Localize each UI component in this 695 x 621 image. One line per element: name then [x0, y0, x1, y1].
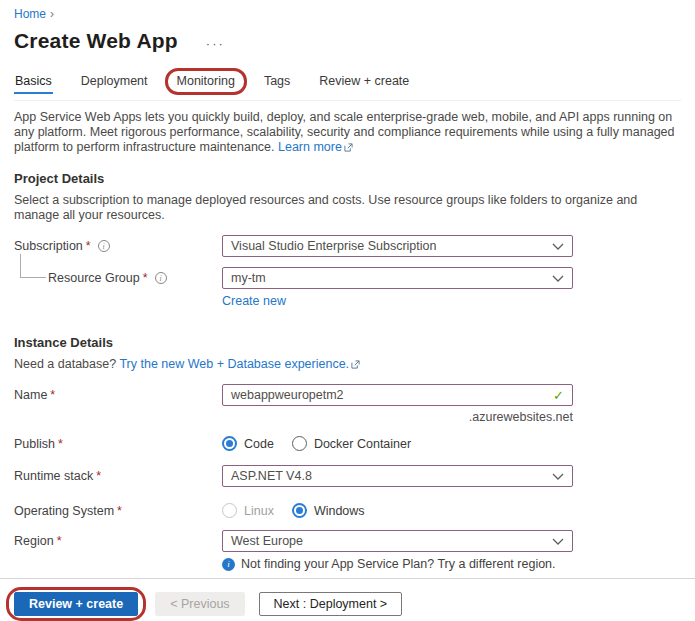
- next-deployment-button[interactable]: Next : Deployment >: [259, 592, 403, 616]
- project-details-heading: Project Details: [14, 171, 681, 186]
- radio-linux[interactable]: Linux: [222, 503, 274, 518]
- radio-unselected-icon: [292, 436, 307, 451]
- external-link-icon: [351, 360, 360, 369]
- subscription-label: Subscription: [14, 239, 83, 253]
- runtime-stack-select[interactable]: ASP.NET V4.8: [222, 465, 573, 487]
- publish-row: Publish * Code Docker Container: [14, 433, 681, 451]
- subscription-select[interactable]: Visual Studio Enterprise Subscription: [222, 235, 573, 257]
- name-field-cell: webappweuropetm2 ✓ .azurewebsites.net: [222, 384, 573, 424]
- region-field-cell: West Europe i Not finding your App Servi…: [222, 530, 573, 571]
- database-experience-link[interactable]: Try the new Web + Database experience.: [119, 357, 349, 371]
- required-asterisk: *: [58, 437, 63, 451]
- required-asterisk: *: [143, 271, 148, 285]
- runtime-stack-label-cell: Runtime stack *: [14, 465, 222, 483]
- required-asterisk: *: [50, 388, 55, 402]
- tab-monitoring[interactable]: Monitoring: [176, 72, 236, 94]
- radio-docker-container[interactable]: Docker Container: [292, 436, 411, 451]
- operating-system-label: Operating System: [14, 504, 114, 518]
- region-row: Region * West Europe i Not finding your …: [14, 530, 681, 571]
- title-row: Create Web App ···: [14, 29, 681, 53]
- operating-system-row: Operating System * Linux Windows: [14, 500, 681, 518]
- footer-bar: Review + create < Previous Next : Deploy…: [0, 578, 695, 616]
- resource-group-label: Resource Group: [48, 271, 140, 285]
- region-select[interactable]: West Europe: [222, 530, 573, 552]
- operating-system-options: Linux Windows: [222, 500, 573, 518]
- radio-code[interactable]: Code: [222, 436, 274, 451]
- radio-code-label: Code: [244, 437, 274, 451]
- radio-windows-label: Windows: [314, 504, 365, 518]
- subscription-label-cell: Subscription * i: [14, 235, 222, 253]
- tab-basics[interactable]: Basics: [14, 72, 53, 94]
- publish-options: Code Docker Container: [222, 433, 573, 451]
- region-label: Region: [14, 534, 54, 548]
- more-options-icon[interactable]: ···: [206, 36, 225, 51]
- resource-group-field-cell: my-tm Create new: [222, 267, 573, 308]
- publish-label: Publish: [14, 437, 55, 451]
- valid-check-icon: ✓: [553, 388, 564, 403]
- tab-bar: Basics Deployment Monitoring Tags Review…: [14, 72, 681, 101]
- chevron-down-icon: [552, 275, 564, 282]
- chevron-down-icon: [552, 473, 564, 480]
- info-icon[interactable]: i: [155, 272, 167, 284]
- radio-disabled-icon: [222, 503, 237, 518]
- resource-group-select[interactable]: my-tm: [222, 267, 573, 289]
- chevron-right-icon: ›: [50, 7, 54, 21]
- tab-deployment[interactable]: Deployment: [80, 72, 149, 94]
- required-asterisk: *: [86, 239, 91, 253]
- intro-paragraph: App Service Web Apps lets you quickly bu…: [14, 110, 677, 155]
- region-info-text: Not finding your App Service Plan? Try a…: [241, 557, 556, 571]
- domain-suffix: .azurewebsites.net: [222, 410, 573, 424]
- chevron-down-icon: [552, 538, 564, 545]
- project-details-description: Select a subscription to manage deployed…: [14, 193, 674, 223]
- name-label-cell: Name *: [14, 384, 222, 402]
- radio-selected-icon: [292, 503, 307, 518]
- required-asterisk: *: [96, 469, 101, 483]
- radio-docker-label: Docker Container: [314, 437, 411, 451]
- tab-review-create[interactable]: Review + create: [318, 72, 410, 94]
- name-row: Name * webappweuropetm2 ✓ .azurewebsites…: [14, 384, 681, 424]
- breadcrumb: Home›: [14, 7, 681, 21]
- runtime-stack-value: ASP.NET V4.8: [231, 469, 312, 483]
- external-link-icon: [344, 143, 353, 152]
- runtime-stack-field-cell: ASP.NET V4.8: [222, 465, 573, 487]
- runtime-stack-row: Runtime stack * ASP.NET V4.8: [14, 465, 681, 487]
- resource-group-row: Resource Group * i my-tm Create new: [14, 267, 681, 308]
- runtime-stack-label: Runtime stack: [14, 469, 93, 483]
- hierarchy-connector-line: [20, 254, 46, 278]
- chevron-down-icon: [552, 243, 564, 250]
- create-web-app-page: Home› Create Web App ··· Basics Deployme…: [0, 0, 695, 614]
- publish-label-cell: Publish *: [14, 433, 222, 451]
- region-label-cell: Region *: [14, 530, 222, 548]
- subscription-value: Visual Studio Enterprise Subscription: [231, 239, 436, 253]
- name-input[interactable]: webappweuropetm2 ✓: [222, 384, 573, 406]
- review-create-wrap: Review + create: [14, 592, 138, 616]
- breadcrumb-home-link[interactable]: Home: [14, 7, 46, 21]
- tab-monitoring-label: Monitoring: [177, 74, 235, 88]
- subscription-row: Subscription * i Visual Studio Enterpris…: [14, 235, 681, 257]
- info-filled-icon: i: [222, 558, 235, 571]
- radio-selected-icon: [222, 436, 237, 451]
- page-title: Create Web App: [14, 29, 178, 53]
- create-new-link[interactable]: Create new: [222, 294, 286, 308]
- tab-tags[interactable]: Tags: [263, 72, 291, 94]
- resource-group-value: my-tm: [231, 271, 266, 285]
- subscription-field-cell: Visual Studio Enterprise Subscription: [222, 235, 573, 257]
- region-info-note: i Not finding your App Service Plan? Try…: [222, 557, 573, 571]
- radio-windows[interactable]: Windows: [292, 503, 365, 518]
- instance-details-heading: Instance Details: [14, 335, 681, 350]
- required-asterisk: *: [57, 534, 62, 548]
- name-value: webappweuropetm2: [231, 388, 344, 402]
- name-label: Name: [14, 388, 47, 402]
- operating-system-label-cell: Operating System *: [14, 500, 222, 518]
- region-value: West Europe: [231, 534, 303, 548]
- radio-linux-label: Linux: [244, 504, 274, 518]
- info-icon[interactable]: i: [98, 240, 110, 252]
- database-prompt: Need a database?: [14, 357, 116, 371]
- database-prompt-line: Need a database? Try the new Web + Datab…: [14, 357, 674, 372]
- previous-button[interactable]: < Previous: [155, 592, 244, 616]
- review-create-button[interactable]: Review + create: [14, 592, 138, 616]
- required-asterisk: *: [117, 504, 122, 518]
- learn-more-link[interactable]: Learn more: [278, 140, 342, 154]
